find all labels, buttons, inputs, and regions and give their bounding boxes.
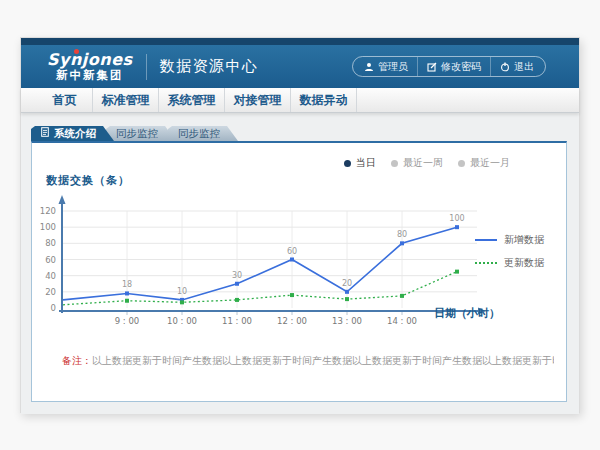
period-option-today[interactable]: 当日 [344,156,376,170]
tab-sync-monitor-1-label: 同步监控 [116,126,158,141]
y-tick-label: 40 [45,271,56,281]
data-point[interactable] [345,297,349,301]
chart-panel: 当日 最近一周 最近一月 数据交换（条） 0204060801001209 : … [31,141,567,402]
y-tick-label: 80 [45,238,56,248]
header-divider [146,54,147,80]
header-top-strip [21,38,579,45]
data-point[interactable] [290,258,294,262]
data-point[interactable] [345,290,349,294]
legend-item-updated-data-label: 更新数据 [504,256,544,270]
logout-button[interactable]: 退出 [490,57,543,76]
y-tick-label: 120 [40,206,56,216]
tab-system-intro-label: 系统介绍 [54,126,96,141]
user-menu-admin-label: 管理员 [378,60,408,74]
x-tick-label: 11 : 00 [222,316,252,326]
x-tick-label: 12 : 00 [277,316,307,326]
user-menu: 管理员 修改密码 退出 [352,56,546,77]
data-point[interactable] [455,270,459,274]
tab-system-intro[interactable]: 系统介绍 [31,126,114,141]
legend-item-new-data[interactable]: 新增数据 [475,233,544,247]
data-point[interactable] [235,298,239,302]
period-selector: 当日 最近一周 最近一月 [344,156,510,170]
series-legend: 新增数据 更新数据 [475,233,544,279]
data-point-label: 10 [177,287,187,296]
logout-label: 退出 [514,60,534,74]
data-point[interactable] [180,300,184,304]
app-title: 数据资源中心 [160,57,259,76]
y-tick-label: 60 [45,255,56,265]
data-point-label: 60 [287,247,297,256]
y-axis-arrow-icon [59,195,66,204]
y-tick-label: 20 [45,287,56,297]
data-point-label: 20 [342,279,352,288]
app-header: Synjones 新中新集团 数据资源中心 管理员 修改密码 [21,45,579,88]
data-point[interactable] [125,291,129,295]
app-window: Synjones 新中新集团 数据资源中心 管理员 修改密码 [20,37,580,413]
legend-item-new-data-label: 新增数据 [504,233,544,247]
x-tick-label: 14 : 00 [387,316,417,326]
y-tick-label: 100 [40,222,56,232]
x-tick-label: 13 : 00 [332,316,362,326]
data-point[interactable] [400,241,404,245]
change-password-label: 修改密码 [441,60,481,74]
logo-subtitle: 新中新集团 [47,69,133,82]
x-tick-label: 10 : 00 [167,316,197,326]
period-option-last-month[interactable]: 最近一月 [458,156,510,170]
tab-sync-monitor-1[interactable]: 同步监控 [106,126,176,141]
x-axis-label: 日期（小时） [434,306,500,321]
legend-item-updated-data[interactable]: 更新数据 [475,256,544,270]
nav-item-system-mgmt[interactable]: 系统管理 [159,88,225,112]
footnote: 备注：以上数据更新于时间产生数据以上数据更新于时间产生数据以上数据更新于时间产生… [62,354,554,368]
period-option-last-week[interactable]: 最近一周 [391,156,443,170]
radio-dot-icon [391,160,398,167]
data-point-label: 80 [397,230,407,239]
page: Synjones 新中新集团 数据资源中心 管理员 修改密码 [0,0,600,450]
change-password-button[interactable]: 修改密码 [417,57,490,76]
data-point[interactable] [125,299,129,303]
power-icon [500,62,510,72]
user-menu-admin[interactable]: 管理员 [355,57,417,76]
nav-item-interface-mgmt[interactable]: 对接管理 [225,88,291,112]
period-option-last-month-label: 最近一月 [470,156,510,170]
company-logo: Synjones 新中新集团 [47,51,133,81]
content-area: 系统介绍 同步监控 同步监控 当日 最近一周 [21,113,579,414]
data-point[interactable] [290,293,294,297]
nav-item-home[interactable]: 首页 [37,88,93,112]
data-point-label: 30 [232,271,242,280]
y-axis-label: 数据交换（条） [46,173,130,188]
tab-sync-monitor-2[interactable]: 同步监控 [168,126,238,141]
y-tick-label: 0 [51,303,56,313]
footnote-body: 以上数据更新于时间产生数据以上数据更新于时间产生数据以上数据更新于时间产生数据以… [92,355,554,366]
solid-line-icon [475,239,497,241]
nav-item-data-change[interactable]: 数据异动 [291,88,357,112]
period-option-last-week-label: 最近一周 [403,156,443,170]
data-point-label: 18 [122,280,132,289]
period-option-today-label: 当日 [356,156,376,170]
radio-dot-icon [458,160,465,167]
tab-sync-monitor-2-label: 同步监控 [178,126,220,141]
nav-item-standard-mgmt[interactable]: 标准管理 [93,88,159,112]
dotted-line-icon [475,262,497,264]
user-icon [364,62,374,72]
data-point[interactable] [400,294,404,298]
data-point[interactable] [455,225,459,229]
logo-name: Synjones [47,51,133,69]
footnote-prefix: 备注： [62,355,92,366]
edit-icon [427,62,437,72]
radio-dot-icon [344,160,351,167]
data-point[interactable] [235,282,239,286]
main-nav: 首页 标准管理 系统管理 对接管理 数据异动 [21,88,579,113]
tab-bar: 系统介绍 同步监控 同步监控 [31,126,230,141]
document-icon [41,126,49,141]
x-tick-label: 9 : 00 [115,316,140,326]
data-point-label: 100 [449,214,464,223]
